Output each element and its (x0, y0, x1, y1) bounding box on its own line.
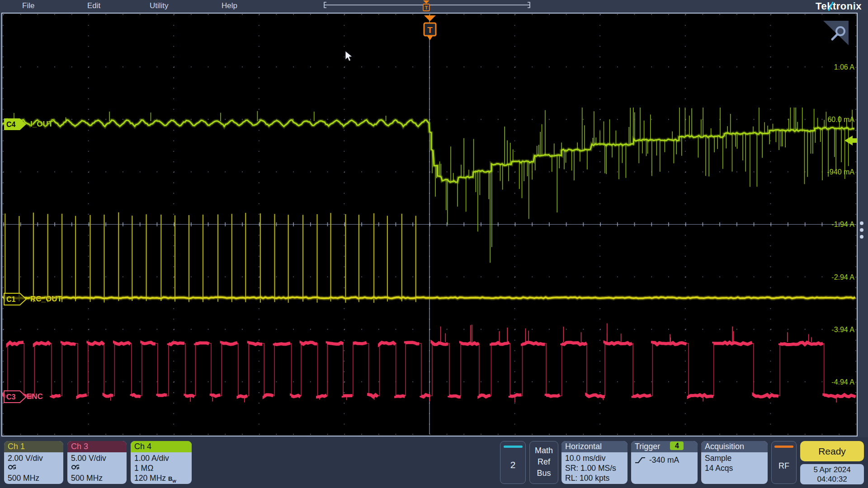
rf-button[interactable]: RF (771, 441, 797, 484)
datetime-badge: 5 Apr 2024 04:40:32 (800, 464, 864, 484)
tektronix-logo: Tektronix (816, 0, 862, 12)
date-text: 5 Apr 2024 (800, 465, 864, 474)
ch1-probe-row (8, 463, 60, 473)
acquisition-status-badge: Ready (800, 441, 864, 461)
c1-badge-label: C1 (6, 296, 16, 303)
trigger-t-label: T (427, 25, 433, 35)
ch2-color-bar (504, 446, 523, 448)
channel-3-badge[interactable]: Ch 3 5.00 V/div 500 MHz (67, 441, 127, 484)
acquisition-count: 14 Acqs (705, 463, 764, 473)
horizontal-scale: 10.0 ms/div (565, 453, 624, 463)
slider-trigger-thumb[interactable]: T (423, 0, 429, 11)
acquisition-mode: Sample (705, 453, 764, 463)
ch4-bandwidth: 120 MHz BW (134, 473, 188, 484)
trace-label-rcout: RC_OUT (30, 295, 62, 304)
ch4-title: Ch 4 (131, 441, 192, 452)
trigger-source-chip: 4 (670, 441, 684, 450)
trace-label-iout: I_OUT (30, 120, 53, 129)
channel-4-badge[interactable]: Ch 4 1.00 A/div 1 MΩ 120 MHz BW (131, 441, 192, 484)
scale-label: -4.94 A (805, 378, 854, 386)
ch3-probe-row (71, 463, 123, 473)
channel-badge-c3[interactable]: C3 (4, 390, 27, 403)
waveform-display[interactable]: 1.06 A 60.0 mA -940 mA -1.94 A -2.94 A -… (1, 13, 858, 436)
zoom-tool-button[interactable] (822, 19, 850, 46)
scale-label: -3.94 A (805, 326, 854, 334)
rising-edge-icon (635, 456, 646, 464)
graticule-and-traces (2, 14, 857, 436)
scale-label: -1.94 A (805, 221, 854, 229)
trigger-level: -340 mA (649, 455, 679, 465)
horizontal-record-length: RL: 100 kpts (565, 473, 624, 483)
ch3-scale: 5.00 V/div (71, 453, 123, 463)
ch1-bandwidth: 500 MHz (8, 473, 60, 483)
menu-bar: File Edit Utility Help T Tektronix (0, 0, 868, 12)
channel-badge-c4[interactable]: C4 (4, 118, 27, 131)
horizontal-title: Horizontal (561, 441, 627, 452)
bandwidth-limit-icon: BW (168, 475, 176, 482)
bus-label: Bus (530, 468, 558, 479)
c4-badge-label: C4 (6, 121, 16, 128)
ch1-scale: 2.00 V/div (8, 453, 60, 463)
rf-label: RF (772, 461, 796, 471)
trigger-badge[interactable]: Trigger4 -340 mA (631, 441, 698, 484)
scale-label: 60.0 mA (805, 116, 854, 124)
ch1-title: Ch 1 (4, 441, 63, 452)
math-label: Math (530, 445, 558, 456)
ch2-label: 2 (500, 460, 525, 470)
channel-1-badge[interactable]: Ch 1 2.00 V/div 500 MHz (4, 441, 63, 484)
probe-icon (71, 464, 81, 471)
ch4-scale: 1.00 A/div (134, 453, 188, 463)
trigger-arrow-icon (424, 15, 436, 21)
c3-badge-label: C3 (6, 393, 16, 401)
probe-icon (8, 464, 18, 471)
rf-color-bar (774, 446, 793, 448)
mouse-cursor (344, 51, 354, 62)
ch3-title: Ch 3 (67, 441, 127, 452)
acquisition-title: Acquisition (701, 441, 768, 452)
horizontal-position-slider[interactable]: T (0, 0, 868, 12)
horizontal-badge[interactable]: Horizontal 10.0 ms/div SR: 1.00 MS/s RL:… (561, 441, 627, 484)
channel-2-button[interactable]: 2 (500, 441, 526, 484)
trigger-level-arrow-icon[interactable] (844, 135, 858, 146)
scale-label: 1.06 A (805, 63, 854, 71)
math-ref-bus-button[interactable]: Math Ref Bus (529, 441, 558, 484)
trace-label-enc: ENC (27, 392, 43, 401)
scale-label: -940 mA (805, 168, 854, 176)
ch3-bandwidth: 500 MHz (71, 473, 123, 483)
ch4-impedance: 1 MΩ (134, 463, 188, 473)
channel-badge-c1[interactable]: C1 (4, 293, 27, 305)
horizontal-sample-rate: SR: 1.00 MS/s (565, 463, 624, 473)
ref-label: Ref (530, 456, 558, 468)
scale-label: -2.94 A (805, 273, 854, 282)
thumb-t-label: T (425, 5, 428, 10)
trigger-title: Trigger4 (631, 441, 698, 452)
time-text: 04:40:32 (800, 474, 864, 484)
status-bar: Ch 1 2.00 V/div 500 MHz Ch 3 5.00 V/div … (0, 437, 868, 488)
trigger-position-marker[interactable]: T (421, 15, 439, 44)
thumb-arrow-icon (423, 0, 429, 4)
acquisition-badge[interactable]: Acquisition Sample 14 Acqs (701, 441, 768, 484)
